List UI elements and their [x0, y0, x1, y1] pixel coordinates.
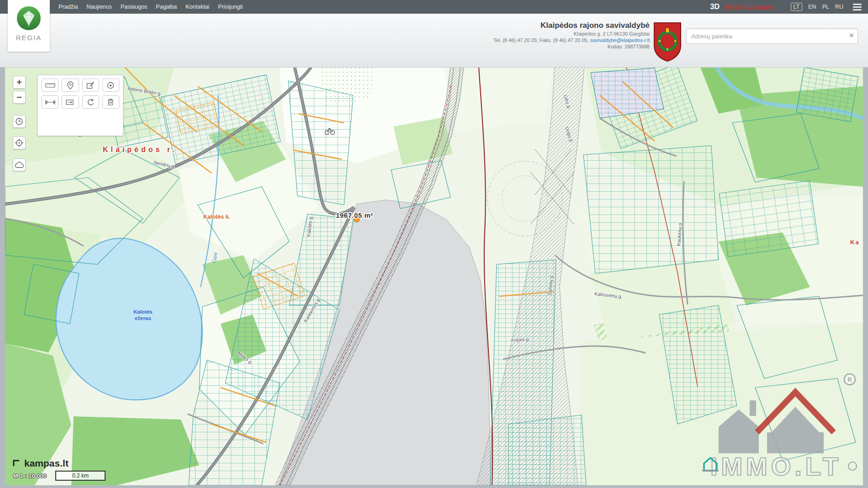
contact-prefix: Tel. (8 46) 47 20 25; Faks. (8 46) 47 20… — [493, 37, 589, 43]
district-label-partial: Ka — [850, 239, 860, 246]
municipality-address: Klaipėdos g. 2 LT-96130 Gargždai — [493, 31, 650, 37]
delete-measurement-button[interactable] — [102, 95, 119, 109]
area-icon — [66, 99, 75, 105]
map-canvas[interactable]: Klaipėdos r. Ka Kalotės k. Kalotės ežera… — [5, 67, 863, 485]
history-clock-button[interactable] — [13, 115, 26, 128]
lang-pl-button[interactable]: PL — [822, 4, 829, 10]
weather-layer-button[interactable] — [13, 158, 26, 171]
kampas-corner-icon — [11, 458, 21, 468]
search-clear-icon[interactable]: × — [849, 31, 854, 40]
registered-letter: R — [847, 376, 852, 383]
municipality-code: Kodas: 188773688 — [493, 44, 650, 49]
municipality-info: Klaipėdos rajono savivaldybė Klaipėdos g… — [493, 21, 650, 49]
regia-gem-icon — [16, 5, 42, 31]
nav-item-pagalba[interactable]: Pagalba — [154, 3, 178, 11]
ruler-icon — [45, 82, 55, 89]
edit-polygon-icon — [86, 81, 95, 89]
address-search-input[interactable] — [686, 28, 858, 44]
nav-item-pradzia[interactable]: Pradžia — [57, 3, 79, 11]
district-label: Klaipėdos r. — [103, 146, 177, 153]
clock-icon — [15, 117, 23, 126]
draw-polygon-button[interactable] — [82, 79, 99, 92]
lake-label-line2: ežeras — [135, 315, 151, 321]
select-point-button[interactable] — [102, 79, 119, 92]
email-link[interactable]: savivaldybe@klaipedos-r.lt — [590, 37, 650, 43]
map-scale-bar-label: 0.2 km — [72, 472, 89, 479]
top-navigation-bar: Pradžia Naujienos Paslaugos Pagalba Kont… — [0, 0, 868, 14]
kampas-watermark-text: kampas.lt — [24, 458, 69, 469]
main-menu: Pradžia Naujienos Paslaugos Pagalba Kont… — [57, 3, 244, 11]
regia-logo-text: REGIA — [8, 34, 50, 42]
nav-item-kontaktai[interactable]: Kontaktai — [184, 3, 211, 11]
coat-of-arms — [653, 22, 682, 64]
regia-lietuva-link[interactable]: REGIA Lietuva — [725, 3, 773, 11]
target-icon — [106, 81, 115, 89]
trash-icon — [107, 98, 114, 106]
lang-lt-button[interactable]: LT — [791, 3, 803, 11]
measure-tools-panel — [37, 75, 123, 136]
map-scale-bar: 0.2 km — [55, 471, 106, 481]
measure-ruler-button[interactable] — [42, 79, 58, 92]
address-search: × — [686, 28, 858, 44]
nav-item-prisijungti[interactable]: Prisijungti — [217, 3, 244, 11]
menu-icon[interactable] — [853, 4, 862, 10]
add-marker-button[interactable] — [62, 79, 79, 92]
map-pin-icon — [67, 81, 74, 89]
municipality-title: Klaipėdos rajono savivaldybė — [493, 21, 650, 30]
nav-item-naujienos[interactable]: Naujienos — [85, 3, 113, 11]
lang-en-button[interactable]: EN — [808, 4, 816, 10]
cloud-icon — [14, 162, 24, 168]
registered-icon-small — [848, 462, 857, 470]
lang-ru-button[interactable]: RU — [835, 4, 843, 10]
kampas-watermark[interactable]: kampas.lt — [11, 458, 69, 469]
measure-area-button[interactable] — [62, 95, 79, 109]
crosshair-icon — [15, 138, 24, 147]
nav-item-paslaugos[interactable]: Paslaugos — [119, 3, 148, 11]
immo-houses-icon — [719, 392, 834, 453]
zoom-in-button[interactable]: + — [13, 76, 26, 89]
lake-label-line1: Kalotės — [133, 309, 153, 315]
immo-watermark-text: IMMO.LT — [710, 452, 842, 481]
center-map-button[interactable] — [13, 136, 26, 149]
measurement-label: 1967.05 m² — [336, 211, 373, 219]
distance-arrows-icon — [45, 100, 56, 105]
municipality-contacts: Tel. (8 46) 47 20 25; Faks. (8 46) 47 20… — [493, 37, 650, 43]
zoom-out-button[interactable]: − — [13, 91, 26, 104]
village-label: Kalotės k. — [203, 214, 230, 220]
topbar-right: 3D REGIA Lietuva LT EN PL RU — [710, 3, 868, 11]
circular-arrow-icon — [86, 98, 95, 106]
redraw-button[interactable] — [82, 95, 99, 109]
measure-distance-button[interactable] — [42, 95, 58, 109]
map-scale-text: M 1 : 10 000 — [13, 472, 47, 479]
regia-logo[interactable]: REGIA — [8, 0, 50, 52]
3d-view-button[interactable]: 3D — [710, 3, 720, 11]
immo-watermark[interactable]: R IMMO.LT — [699, 372, 858, 483]
header: Klaipėdos rajono savivaldybė Klaipėdos g… — [0, 14, 868, 68]
